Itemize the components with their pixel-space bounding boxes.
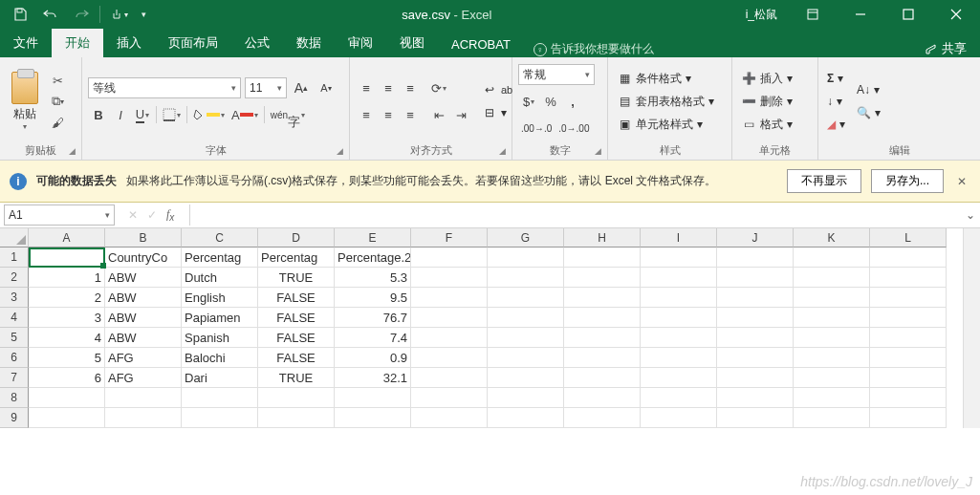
tab-view[interactable]: 视图 [386,29,438,57]
cell[interactable] [641,408,717,428]
cell[interactable] [564,368,641,388]
wrap-text-button[interactable]: ↩ab [479,79,515,100]
minimize-button[interactable] [838,0,882,29]
cell[interactable]: ABW [105,268,182,288]
cell[interactable] [717,348,794,368]
cell[interactable] [717,368,794,388]
cell[interactable] [488,248,564,268]
cell[interactable] [564,288,641,308]
cell[interactable] [641,348,717,368]
column-header[interactable]: L [870,228,947,248]
dont-show-button[interactable]: 不再显示 [787,169,861,193]
close-button[interactable] [934,0,978,29]
tab-file[interactable]: 文件 [0,29,52,57]
close-msgbar-icon[interactable]: ✕ [953,175,970,188]
cell[interactable]: 1 [29,268,105,288]
cell[interactable] [641,328,717,348]
align-bottom-icon[interactable]: ≡ [400,77,421,98]
format-painter-icon[interactable]: 🖌 [48,114,67,131]
cell[interactable] [717,288,794,308]
cell[interactable] [641,268,717,288]
tab-page-layout[interactable]: 页面布局 [155,29,231,57]
paste-button[interactable]: 粘贴 ▾ [6,72,44,131]
cell[interactable]: 4 [29,328,105,348]
dialog-launcher-icon[interactable]: ◢ [595,146,601,156]
cell[interactable] [105,408,182,428]
conditional-formatting-button[interactable]: ▦条件格式▾ [614,68,726,89]
merge-center-button[interactable]: ⊟▾ [479,102,515,123]
cell[interactable] [411,308,488,328]
cell[interactable] [794,348,870,368]
cell[interactable] [564,348,641,368]
cell[interactable] [641,308,717,328]
cell[interactable]: ABW [105,308,182,328]
fx-icon[interactable]: fx [166,207,174,223]
find-select-button[interactable]: 🔍▾ [854,102,883,123]
spreadsheet-grid[interactable]: ABCDEFGHIJKL 1CountryCoPercentagPercenta… [0,228,980,428]
cell[interactable] [794,328,870,348]
cell[interactable] [641,368,717,388]
cell[interactable]: Dutch [182,268,258,288]
cell[interactable] [564,328,641,348]
column-header[interactable]: I [641,228,717,248]
cell[interactable]: English [182,288,258,308]
cell[interactable]: AFG [105,348,182,368]
cell[interactable] [564,408,641,428]
column-header[interactable]: E [335,228,411,248]
decrease-font-icon[interactable]: A▾ [316,77,337,98]
cell-styles-button[interactable]: ▣单元格样式▾ [614,114,726,135]
name-box[interactable]: A1▾ [4,204,115,226]
cell[interactable] [564,268,641,288]
cell[interactable]: 32.1 [335,368,411,388]
bold-button[interactable]: B [88,104,109,125]
cut-icon[interactable]: ✂ [48,72,67,89]
cell[interactable] [488,308,564,328]
cell[interactable]: Balochi [182,348,258,368]
cell[interactable] [335,408,411,428]
cell[interactable] [105,388,182,408]
row-header[interactable]: 3 [0,288,29,308]
cell[interactable]: FALSE [258,308,335,328]
cell[interactable]: 5.3 [335,268,411,288]
cell[interactable] [794,368,870,388]
cell[interactable]: 2 [29,288,105,308]
cell[interactable] [641,388,717,408]
cell[interactable]: ABW [105,288,182,308]
tab-acrobat[interactable]: ACROBAT [438,32,524,57]
sort-filter-button[interactable]: A↓▾ [854,79,883,100]
undo-icon[interactable] [36,1,65,28]
maximize-button[interactable] [886,0,930,29]
cell[interactable] [564,248,641,268]
tab-data[interactable]: 数据 [283,29,335,57]
cell[interactable]: TRUE [258,268,335,288]
cell[interactable] [717,408,794,428]
fill-button[interactable]: ↓▾ [824,91,848,112]
cell[interactable]: Percentage.2 [335,248,411,268]
ribbon-options-icon[interactable] [791,0,835,29]
cell[interactable] [641,288,717,308]
decrease-decimal-icon[interactable]: .0→.00 [555,118,592,139]
cell[interactable]: 9.5 [335,288,411,308]
cell[interactable] [29,388,105,408]
cell[interactable]: 6 [29,368,105,388]
cell[interactable] [794,408,870,428]
row-header[interactable]: 9 [0,408,29,428]
phonetic-button[interactable]: wén字▾ [268,104,308,125]
cell[interactable] [870,328,947,348]
cell[interactable] [564,388,641,408]
cell[interactable] [870,408,947,428]
row-header[interactable]: 2 [0,268,29,288]
column-header[interactable]: G [488,228,564,248]
orientation-icon[interactable]: ⟳▾ [428,77,449,98]
font-color-button[interactable]: A▾ [229,104,261,125]
cell[interactable] [717,328,794,348]
cell[interactable] [870,348,947,368]
cell[interactable] [258,408,335,428]
cell[interactable]: AFG [105,368,182,388]
italic-button[interactable]: I [110,104,131,125]
cell[interactable] [488,348,564,368]
cell[interactable]: 7.4 [335,328,411,348]
cell[interactable] [488,288,564,308]
cell[interactable] [564,308,641,328]
cell[interactable] [870,388,947,408]
